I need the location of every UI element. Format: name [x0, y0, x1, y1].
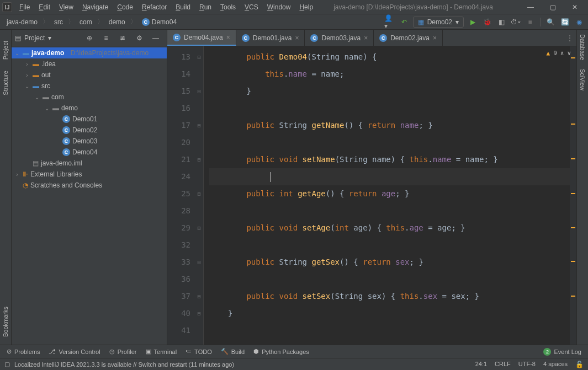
line-number[interactable]: 15 [167, 83, 190, 100]
readonly-lock-icon[interactable]: 🔓 [575, 361, 584, 368]
project-panel-title[interactable]: ▤ Project ▾ [15, 34, 81, 42]
tab-demo01[interactable]: CDemo01.java× [236, 30, 305, 46]
coverage-button[interactable]: ◧ [496, 17, 507, 28]
line-separator[interactable]: CRLF [495, 361, 511, 368]
menu-file[interactable]: File [15, 2, 34, 13]
code-line[interactable]: public String getSex() { return sex; } [209, 254, 570, 271]
line-number-gutter[interactable]: 1314151617202124252829323336374041 [167, 46, 195, 345]
fold-marker[interactable]: ⊞ [195, 288, 203, 305]
fold-marker[interactable]: ⊞ [195, 185, 203, 202]
line-number[interactable]: 41 [167, 322, 190, 339]
code-line[interactable]: public Demo04(String name) { [209, 49, 570, 66]
build-button[interactable]: 🔨Build [216, 348, 249, 355]
tab-demo04[interactable]: CDemo04.java× [167, 30, 236, 46]
crumb-com[interactable]: com [76, 17, 96, 27]
fold-marker[interactable]: ⊟ [195, 49, 203, 66]
collapse-all-icon[interactable]: ≢ [117, 33, 128, 44]
menu-view[interactable]: View [55, 2, 77, 13]
fold-marker[interactable] [195, 237, 203, 254]
menu-refactor[interactable]: Refactor [138, 2, 171, 13]
profiler-button[interactable]: ◷Profiler [105, 348, 141, 355]
project-tree[interactable]: ⌄ ▬ java-demo D:\IdeaProjects\java-demo … [12, 46, 167, 345]
fold-marker[interactable] [195, 66, 203, 83]
class-demo03[interactable]: CDemo03 [12, 136, 167, 147]
line-number[interactable]: 33 [167, 254, 190, 271]
folder-demo[interactable]: ⌄▬demo [12, 103, 167, 114]
run-config-selector[interactable]: ▦ Demo02 ▾ [413, 17, 464, 28]
code-editor[interactable]: 1314151617202124252829323336374041 ⊟⊟⊞⊞⊞… [167, 46, 576, 345]
close-tab-icon[interactable]: × [226, 34, 230, 41]
fold-marker[interactable] [195, 134, 203, 151]
code-line[interactable] [209, 322, 570, 339]
back-arrow-icon[interactable]: ↶ [399, 17, 410, 28]
code-line[interactable] [209, 271, 570, 288]
database-tool-button[interactable]: Database [579, 34, 586, 60]
line-number[interactable]: 40 [167, 305, 190, 322]
event-log-button[interactable]: 2 Event Log [539, 348, 586, 356]
tab-demo03[interactable]: CDemo03.java× [305, 30, 374, 46]
crumb-demo04[interactable]: C Demo04 [139, 17, 180, 27]
line-number[interactable]: 14 [167, 66, 190, 83]
folder-out[interactable]: ›▬out [12, 69, 167, 81]
gear-icon[interactable]: ⚙ [134, 33, 145, 44]
code-line[interactable] [209, 100, 570, 117]
hide-panel-icon[interactable]: — [150, 33, 161, 44]
problems-button[interactable]: ⊘Problems [2, 348, 44, 355]
terminal-button[interactable]: ▣Terminal [141, 348, 182, 355]
external-libraries[interactable]: ›⊪External Libraries [12, 169, 167, 180]
structure-tool-button[interactable]: Structure [2, 71, 9, 95]
down-arrow-icon[interactable]: ∨ [567, 50, 571, 57]
run-button[interactable]: ▶ [467, 17, 478, 28]
fold-marker[interactable]: ⊞ [195, 117, 203, 134]
todo-button[interactable]: ≔TODO [181, 348, 216, 355]
menu-window[interactable]: Window [263, 2, 295, 13]
tab-demo02[interactable]: CDemo02.java× [374, 30, 443, 46]
line-number[interactable]: 17 [167, 117, 190, 134]
sync-icon[interactable]: 🔄 [559, 17, 570, 28]
user-icon[interactable]: 👤▾ [384, 17, 395, 28]
tabs-menu-icon[interactable]: ⋮ [563, 30, 576, 46]
inspection-indicator[interactable]: ▲ 9 ∧ ∨ [547, 50, 571, 57]
iml-file[interactable]: ▤java-demo.iml [12, 158, 167, 169]
code-line[interactable]: public void setAge(int age) { this.age =… [209, 219, 570, 237]
select-opened-file-icon[interactable]: ⊕ [84, 33, 95, 44]
maximize-button[interactable]: ▢ [542, 1, 564, 14]
line-number[interactable]: 13 [167, 49, 190, 66]
vcs-button[interactable]: ⎇Version Control [44, 348, 104, 355]
close-tab-icon[interactable]: × [433, 34, 437, 42]
line-number[interactable]: 32 [167, 237, 190, 254]
fold-marker[interactable]: ⊟ [195, 305, 203, 322]
menu-navigate[interactable]: Navigate [78, 2, 112, 13]
close-tab-icon[interactable]: × [295, 34, 299, 42]
expand-all-icon[interactable]: ≡ [100, 33, 112, 44]
menu-run[interactable]: Run [195, 2, 215, 13]
scratches-consoles[interactable]: ◔Scratches and Consoles [12, 180, 167, 191]
profile-button[interactable]: ⏱▾ [510, 17, 521, 28]
sciview-tool-button[interactable]: SciView [579, 69, 586, 90]
status-message[interactable]: Localized IntelliJ IDEA 2021.3.3 is avai… [14, 361, 234, 368]
file-encoding[interactable]: UTF-8 [518, 361, 536, 368]
line-number[interactable]: 20 [167, 134, 190, 151]
ide-features-icon[interactable]: ◉ [574, 17, 585, 28]
tool-windows-icon[interactable]: ▢ [4, 361, 10, 368]
close-tab-icon[interactable]: × [364, 34, 368, 42]
search-icon[interactable]: 🔍 [545, 17, 556, 28]
project-tool-button[interactable]: Project [2, 41, 9, 60]
code-line[interactable] [209, 134, 570, 151]
code-content[interactable]: public Demo04(String name) { this.name =… [204, 46, 570, 345]
menu-vcs[interactable]: VCS [241, 2, 262, 13]
folder-com[interactable]: ⌄▬com [12, 92, 167, 103]
code-line[interactable]: } [209, 305, 570, 322]
fold-marker[interactable] [195, 322, 203, 339]
stop-button[interactable]: ■ [525, 17, 536, 28]
menu-code[interactable]: Code [113, 2, 137, 13]
caret-position[interactable]: 24:1 [475, 361, 487, 368]
line-number[interactable]: 21 [167, 151, 190, 168]
fold-marker[interactable] [195, 202, 203, 219]
class-demo04[interactable]: CDemo04 [12, 147, 167, 158]
fold-marker[interactable]: ⊞ [195, 254, 203, 271]
code-line[interactable] [209, 202, 570, 219]
code-line[interactable]: public String getName() { return name; } [209, 117, 570, 134]
class-demo01[interactable]: CDemo01 [12, 114, 167, 125]
code-line[interactable]: public int getAge() { return age; } [209, 185, 570, 202]
